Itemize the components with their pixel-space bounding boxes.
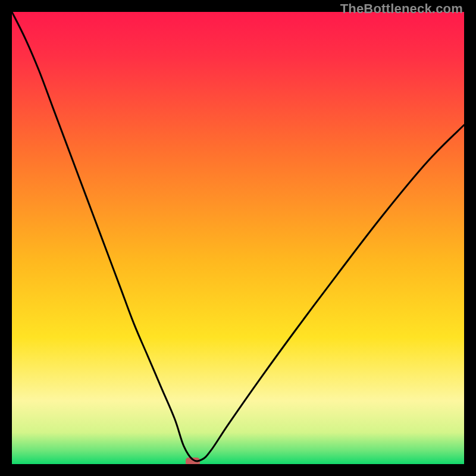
- gradient-background: [12, 12, 464, 464]
- chart-frame: TheBottleneck.com: [0, 0, 476, 476]
- chart-svg: [12, 12, 464, 464]
- watermark-text: TheBottleneck.com: [340, 1, 463, 17]
- plot-area: [12, 12, 464, 464]
